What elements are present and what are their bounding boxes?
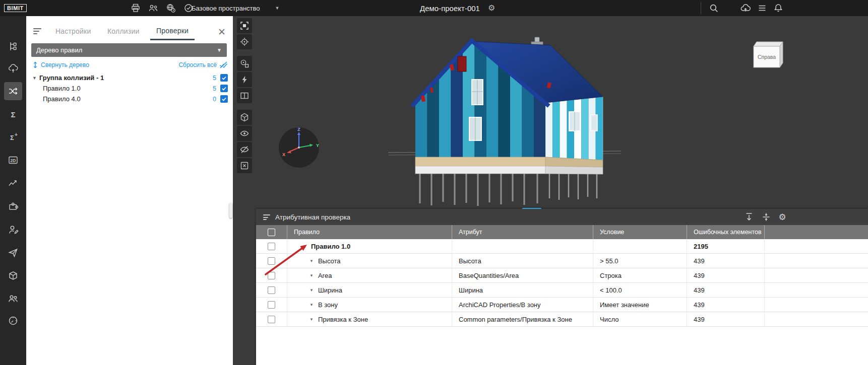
table-row[interactable]: ▲Правило 1.0 2195 [256, 239, 868, 254]
column-header-condition[interactable]: Условие [593, 225, 687, 239]
tab-checks[interactable]: Проверки [150, 22, 195, 40]
hide-elements-button[interactable] [237, 142, 252, 157]
settings-icon[interactable]: ⚙ [777, 212, 787, 222]
rule-name: Ширина [318, 286, 342, 294]
globe-clock-icon[interactable] [165, 3, 176, 14]
row-checkbox[interactable] [268, 257, 275, 265]
table-row[interactable]: ▼Area BaseQuantities/Area Строка 439 [256, 268, 868, 283]
reset-all-link[interactable]: Сбросить всё [178, 61, 228, 68]
clear-selection-button[interactable] [237, 158, 252, 173]
axis-gizmo[interactable]: Z Y X [278, 126, 320, 171]
sidebar-item-sum-plus[interactable]: Σ+ [4, 128, 22, 146]
panel-resize-handle[interactable] [229, 203, 232, 218]
tree-item-count: 0 [210, 96, 216, 103]
printer-icon[interactable] [130, 3, 141, 14]
table-header: Правило Атрибут Условие Ошибочных элемен… [256, 225, 868, 239]
chevron-down-icon[interactable]: ▼ [32, 76, 39, 81]
panel-menu-icon[interactable] [263, 214, 271, 220]
expand-icon[interactable]: ▼ [309, 273, 314, 278]
rule-attribute [452, 239, 593, 253]
quick-action-button[interactable] [237, 72, 252, 87]
rules-tree-header[interactable]: Дерево правил ▼ [31, 43, 227, 57]
rule-errors: 439 [687, 268, 765, 282]
project-settings-icon[interactable]: ⚙ [488, 4, 495, 12]
rule-attribute: Common parameters/Привязка к Зоне [452, 312, 593, 326]
collapse-tree-link[interactable]: Свернуть дерево [32, 61, 89, 68]
sidebar-item-sum[interactable]: Σ [4, 105, 22, 123]
column-header-rule[interactable]: Правило [287, 225, 452, 239]
expand-icon[interactable]: ▼ [309, 303, 314, 307]
sidebar-item-plugins[interactable] [4, 197, 22, 215]
row-checkbox[interactable] [268, 286, 275, 294]
tab-checks-label: Проверки [156, 27, 189, 35]
notifications-icon[interactable] [773, 0, 783, 16]
project-header: Демо-проект-001 ⚙ [420, 0, 495, 16]
tree-item-label: Группа коллизий - 1 [39, 74, 210, 82]
row-checkbox[interactable] [268, 272, 275, 279]
row-checkbox[interactable] [268, 301, 275, 309]
sidebar-item-view-2d[interactable]: 2D [4, 151, 22, 169]
import-icon[interactable] [744, 212, 754, 222]
tree-item-group[interactable]: ▼ Группа коллизий - 1 5 [26, 72, 233, 83]
table-row[interactable]: ▼Высота Высота > 55.0 439 [256, 254, 868, 268]
tree-item-checkbox[interactable] [220, 95, 228, 103]
tree-item-checkbox[interactable] [220, 74, 228, 82]
workspace-dropdown[interactable]: Базовое пространство ▼ [192, 0, 279, 16]
close-icon[interactable]: ✕ [218, 27, 226, 37]
table-row[interactable]: ▼Привязка к Зоне Common parameters/Привя… [256, 312, 868, 327]
column-header-attribute[interactable]: Атрибут [452, 225, 593, 239]
sidebar-item-team[interactable] [4, 289, 22, 308]
split-view-button[interactable] [237, 88, 252, 103]
collapse-icon[interactable]: ▲ [302, 244, 306, 249]
table-row[interactable]: ▼Ширина Ширина < 100.0 439 [256, 283, 868, 298]
row-checkbox[interactable] [268, 316, 275, 323]
list-icon[interactable] [757, 0, 767, 16]
row-checkbox[interactable] [268, 243, 275, 250]
rule-errors: 439 [687, 283, 765, 297]
viewport-3d[interactable]: Z Y X Справа [233, 16, 868, 365]
rule-name: В зону [318, 301, 338, 309]
pick-target-button[interactable] [237, 34, 252, 49]
collapse-tree-icon [32, 61, 38, 68]
capture-region-button[interactable] [237, 18, 252, 33]
org-chart-icon[interactable] [148, 3, 159, 14]
svg-text:Σ: Σ [10, 134, 14, 141]
view-cube[interactable]: Справа [749, 38, 786, 75]
sidebar-item-package[interactable] [4, 267, 22, 285]
topbar: BIMIT Базовое пространство ▼ Демо-проект… [0, 0, 868, 16]
tab-settings[interactable]: Настройки [49, 22, 97, 40]
sidebar-item-model-tree[interactable] [4, 37, 22, 55]
sidebar-item-navigate[interactable] [4, 244, 22, 262]
table-row[interactable]: ▼В зону ArchiCAD Properties/В зону Имеет… [256, 298, 868, 312]
cloud-sync-icon[interactable] [740, 0, 751, 16]
viewport-toolbar [237, 18, 252, 173]
panel-title: Атрибутивная проверка [275, 213, 350, 221]
expand-icon[interactable]: ▼ [309, 259, 314, 263]
panel-tabs: Настройки Коллизии Проверки ✕ [26, 16, 233, 40]
tree-item-count: 5 [210, 85, 216, 92]
attribute-check-header: Атрибутивная проверка ⚙ [256, 209, 868, 225]
sidebar-item-gauge[interactable] [4, 312, 22, 330]
tab-collisions[interactable]: Коллизии [101, 22, 145, 40]
sidebar-item-cloud-sync[interactable] [4, 59, 22, 78]
svg-text:Z: Z [297, 127, 300, 132]
record-area-button[interactable] [237, 56, 252, 71]
sidebar-item-clash-detection[interactable] [4, 82, 22, 100]
panel-menu-icon[interactable] [33, 28, 42, 34]
fit-rows-icon[interactable] [761, 212, 771, 222]
column-header-errors[interactable]: Ошибочных элементов [687, 225, 765, 239]
section-box-button[interactable] [237, 110, 252, 125]
checks-panel: Настройки Коллизии Проверки ✕ Дерево пра… [26, 16, 233, 365]
sidebar-item-graph[interactable] [4, 174, 22, 192]
reset-checks-icon [219, 61, 228, 68]
show-elements-button[interactable] [237, 126, 252, 141]
sidebar-item-user-edit[interactable] [4, 221, 22, 239]
tree-item-rule[interactable]: Правило 4.0 0 [26, 94, 233, 104]
tree-item-label: Правило 4.0 [43, 95, 210, 103]
expand-icon[interactable]: ▼ [309, 317, 314, 322]
select-all-checkbox[interactable] [268, 229, 275, 236]
tree-item-rule[interactable]: Правило 1.0 5 [26, 83, 233, 94]
expand-icon[interactable]: ▼ [309, 288, 314, 293]
tree-item-checkbox[interactable] [220, 85, 228, 92]
search-icon[interactable] [709, 0, 719, 16]
